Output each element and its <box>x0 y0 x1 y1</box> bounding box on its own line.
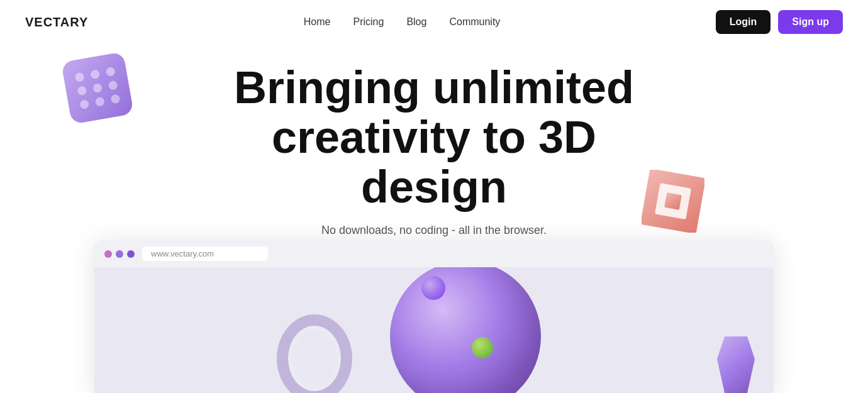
browser-bar: www.vectary.com <box>94 240 774 267</box>
navbar: VECTARY Home Pricing Blog Community Logi… <box>0 0 868 44</box>
browser-dot-red <box>104 250 112 258</box>
purple-sphere-large <box>390 267 541 393</box>
purple-crystal <box>717 336 755 393</box>
nav-pricing[interactable]: Pricing <box>353 16 384 27</box>
brand-logo: VECTARY <box>25 15 88 30</box>
nav-community[interactable]: Community <box>449 16 500 27</box>
pink-frame-icon <box>642 170 704 233</box>
green-sphere <box>472 337 493 358</box>
browser-url: www.vectary.com <box>142 246 268 261</box>
nav-blog[interactable]: Blog <box>406 16 426 27</box>
svg-rect-12 <box>664 192 682 210</box>
login-button[interactable]: Login <box>716 10 771 34</box>
signup-button[interactable]: Sign up <box>778 10 843 34</box>
browser-content <box>94 267 774 393</box>
browser-dot-yellow <box>116 250 123 258</box>
page-wrapper: VECTARY Home Pricing Blog Community Logi… <box>0 0 868 393</box>
browser-mockup: www.vectary.com <box>94 240 774 393</box>
hero-subtitle: No downloads, no coding - all in the bro… <box>0 224 868 237</box>
hero-title: Bringing unlimited creativity to 3D desi… <box>214 63 654 213</box>
nav-actions: Login Sign up <box>716 10 843 34</box>
nav-links: Home Pricing Blog Community <box>304 16 501 28</box>
browser-dots <box>104 250 135 258</box>
glass-ring-3d <box>277 314 352 393</box>
browser-dot-green <box>127 250 135 258</box>
purple-sphere-small <box>421 276 445 300</box>
nav-home[interactable]: Home <box>304 16 331 27</box>
